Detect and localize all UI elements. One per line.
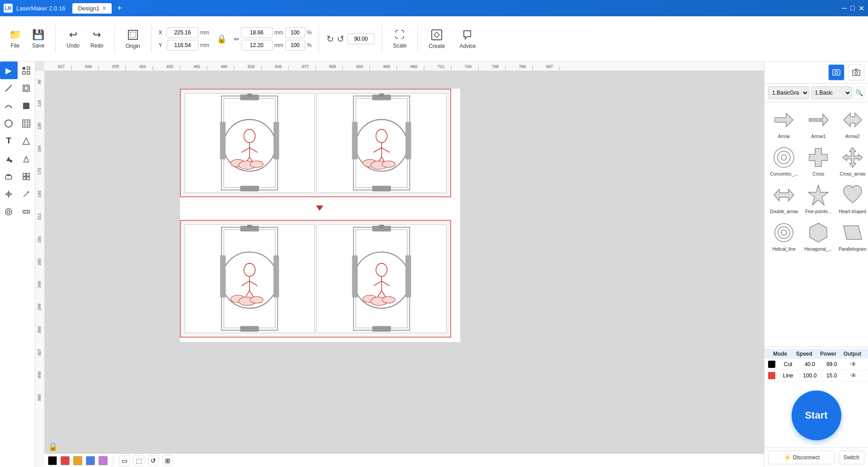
trace-tool[interactable] xyxy=(18,150,35,167)
advice-icon xyxy=(462,29,474,41)
node-select-btn[interactable]: ⬚ xyxy=(133,455,144,466)
svg-marker-17 xyxy=(23,138,29,144)
width-input[interactable] xyxy=(241,27,273,38)
canvas-content[interactable] xyxy=(44,71,764,453)
file-button[interactable]: 📁 File xyxy=(5,27,25,51)
laser-eye-line[interactable]: 👁 xyxy=(843,372,864,379)
add-tab-btn[interactable]: + xyxy=(117,4,122,13)
panel-half-br xyxy=(316,224,447,333)
preview-btn[interactable] xyxy=(828,64,844,81)
switch-button[interactable]: Switch xyxy=(839,451,864,464)
rotate-input[interactable] xyxy=(347,33,374,44)
start-button[interactable]: Start xyxy=(792,391,841,440)
x-input[interactable] xyxy=(167,27,198,38)
rotate-ccw-icon[interactable]: ↺ xyxy=(337,33,344,44)
svg-rect-23 xyxy=(27,173,29,176)
disconnect-button[interactable]: ⚡ Disconnect xyxy=(768,451,835,464)
minimize-btn[interactable]: ─ xyxy=(842,4,847,13)
svg-text:519: 519 xyxy=(248,64,255,69)
height-pct-label: % xyxy=(307,42,312,48)
origin-button[interactable]: Origin xyxy=(122,27,144,51)
height-pct-input[interactable] xyxy=(285,40,305,51)
size-icon: ⇔ xyxy=(234,35,239,43)
layer-tool[interactable] xyxy=(18,79,35,97)
scale-button[interactable]: ⛶ Scale xyxy=(389,27,410,51)
design-canvas xyxy=(180,89,460,342)
modules-tool[interactable] xyxy=(18,167,35,185)
svg-text:346: 346 xyxy=(37,372,42,378)
svg-marker-175 xyxy=(844,226,862,239)
bottom-bar: ▭ ⬚ ↺ ⊞ xyxy=(44,453,764,467)
close-tab-btn[interactable]: ✕ xyxy=(102,5,106,11)
svg-point-168 xyxy=(778,151,790,164)
shapes-dropdown-2[interactable]: 1.Basic xyxy=(811,86,852,99)
create-button[interactable]: Create xyxy=(425,27,448,51)
shape-double-arrow-label: Double_arrow xyxy=(770,209,798,214)
shapes-dropdown-1[interactable]: 1.BasicGra xyxy=(768,86,809,99)
shape-concentric[interactable]: Concentric_... xyxy=(768,143,800,178)
shape-double-arrow[interactable]: Double_arrow xyxy=(768,181,800,216)
grid-tool[interactable] xyxy=(18,114,35,132)
shape-five-star[interactable]: Five-pointe... xyxy=(802,181,834,216)
shapes-search-btn[interactable]: 🔍 xyxy=(854,86,864,99)
rotate-cw-icon[interactable]: ↻ xyxy=(326,33,334,44)
color-black[interactable] xyxy=(48,456,57,465)
laser-eye-cut[interactable]: 👁 xyxy=(843,361,864,368)
redo-button[interactable]: ↪ Redo xyxy=(87,27,107,51)
track-tool[interactable] xyxy=(18,185,35,203)
shape-heart[interactable]: Heart-shaped xyxy=(837,181,868,216)
text-tool[interactable]: T xyxy=(0,132,18,150)
active-tab[interactable]: Design1 ✕ xyxy=(72,3,112,14)
shape-cross-arrow[interactable]: Cross_arrow xyxy=(837,143,868,178)
svg-marker-166 xyxy=(844,113,862,127)
refresh-btn[interactable]: ↺ xyxy=(148,455,159,466)
svg-marker-173 xyxy=(808,185,828,205)
select-tool[interactable]: ▶ xyxy=(0,62,18,79)
save-button[interactable]: 💾 Save xyxy=(28,27,48,51)
fill-tool[interactable] xyxy=(0,150,18,167)
shape-arrow2[interactable]: Arrow2 xyxy=(837,106,868,141)
color-red[interactable] xyxy=(61,456,70,465)
eraser-tool[interactable] xyxy=(0,167,18,185)
extra-tool[interactable] xyxy=(18,203,35,220)
lock-area[interactable]: 🔒 xyxy=(217,34,226,44)
width-pct-input[interactable] xyxy=(285,27,305,38)
color-orange[interactable] xyxy=(73,456,82,465)
laser-row-line[interactable]: Line 100.0 15.0 👁 xyxy=(764,370,868,381)
svg-rect-121 xyxy=(372,186,391,191)
grid-view-btn[interactable]: ⊞ xyxy=(162,455,173,466)
laser-row-cut[interactable]: Cut 40.0 99.0 👁 xyxy=(764,359,868,370)
camera-btn[interactable] xyxy=(848,64,864,81)
right-panel: 1.BasicGra 1.Basic 🔍 Arrow xyxy=(764,62,868,467)
shape-hexagonal[interactable]: Hexagonal_... xyxy=(802,219,834,253)
shape-helical[interactable]: Helical_line xyxy=(768,219,800,253)
lock-icon-area[interactable]: 🔒 xyxy=(35,440,71,453)
spinner-tool[interactable] xyxy=(0,203,18,220)
rect-select-btn[interactable]: ▭ xyxy=(119,455,130,466)
left-toolbox: ▶ xyxy=(0,62,35,467)
shape-arrow[interactable]: Arrow xyxy=(768,106,800,141)
node-tool[interactable] xyxy=(18,62,35,79)
ruler-top: // Ruler ticks drawn via CSS/SVG inline … xyxy=(44,62,764,71)
svg-rect-5 xyxy=(23,71,25,74)
color-blue[interactable] xyxy=(86,456,95,465)
svg-rect-4 xyxy=(27,67,30,70)
laser-speed-cut: 40.0 xyxy=(799,361,821,367)
rect-solid-tool[interactable] xyxy=(18,97,35,114)
flip-tool[interactable] xyxy=(18,132,35,150)
pen-tool[interactable] xyxy=(0,79,18,97)
laser-table: Mode Speed Power Output Cut 40.0 99.0 👁 … xyxy=(764,347,868,383)
curve-tool[interactable] xyxy=(0,97,18,114)
height-input[interactable] xyxy=(241,40,273,51)
shape-parallelogram[interactable]: Parallelogram xyxy=(837,219,868,253)
shape-cross[interactable]: Cross xyxy=(802,143,834,178)
shape-arrow1[interactable]: Arrow1 xyxy=(802,106,834,141)
undo-button[interactable]: ↩ Undo xyxy=(63,27,83,51)
advice-button[interactable]: Advice xyxy=(456,27,479,51)
crosshair-tool[interactable] xyxy=(0,185,18,203)
ellipse-tool[interactable] xyxy=(0,114,18,132)
color-purple[interactable] xyxy=(99,456,108,465)
maximize-btn[interactable]: □ xyxy=(850,4,855,13)
close-btn[interactable]: ✕ xyxy=(859,4,864,13)
y-input[interactable] xyxy=(167,40,198,51)
